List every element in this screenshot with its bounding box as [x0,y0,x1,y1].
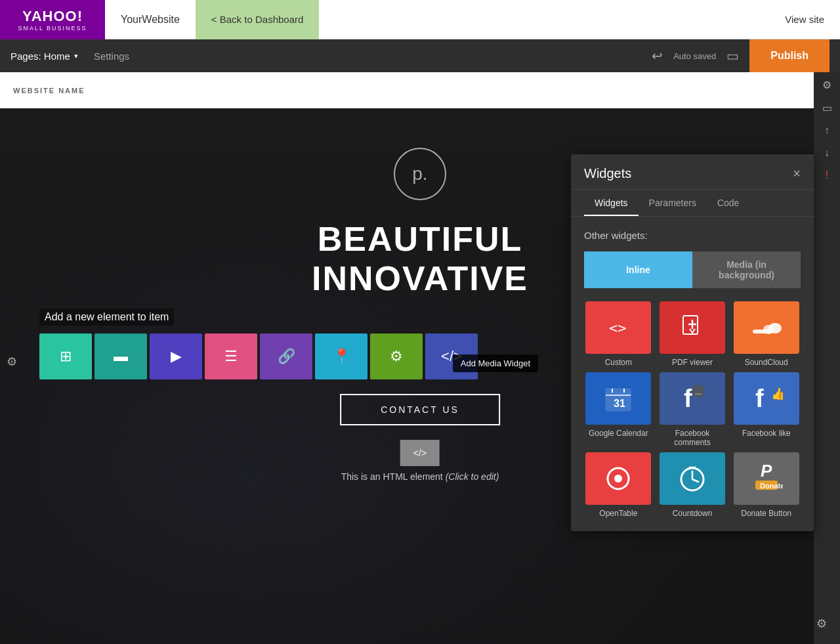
add-media-tooltip: Add Media Widget [453,354,538,372]
widgets-body: Other widgets: Inline Media (in backgrou… [571,217,814,531]
hero-title: BEAUTIFUL INNOVATIVE [312,220,528,299]
svg-text:👍: 👍 [771,387,783,401]
widget-donate-button[interactable]: Donate P Donate Button [732,452,801,518]
svg-text:Donate: Donate [760,482,783,490]
top-bar: YAHOO! SMALL BUSINESS YourWebsite < Back… [0,0,840,39]
svg-text:f: f [755,385,764,412]
soundcloud-widget-label: SoundCloud [745,358,788,367]
text-element-btn[interactable]: ☰ [205,333,257,379]
svg-point-18 [614,475,622,483]
site-name: YourWebsite [105,14,196,26]
html-code-icon: </> [400,440,440,466]
custom-widget-label: Custom [605,358,632,367]
widgets-close-button[interactable]: × [793,166,801,181]
toggle-media-button[interactable]: Media (in background) [692,251,801,288]
video-element-btn[interactable]: ▶ [150,333,202,379]
sidebar-alert-icon[interactable]: ! [826,169,828,181]
svg-text:<>: <> [609,320,627,336]
image-element-btn[interactable]: ⊞ [39,333,92,379]
widgets-panel: Widgets × Widgets Parameters Code Other … [571,154,814,531]
yahoo-logo: YAHOO! SMALL BUSINESS [0,0,105,39]
chevron-down-icon: ▾ [74,52,78,60]
hero-content: p. BEAUTIFUL INNOVATIVE [312,108,528,299]
widget-custom[interactable]: <> Custom [584,301,653,367]
tab-parameters[interactable]: Parameters [639,190,707,216]
pages-home-dropdown[interactable]: Pages: Home ▾ [10,51,78,62]
toggle-inline-button[interactable]: Inline [584,251,692,288]
pdf-viewer-widget-icon [660,301,725,354]
google-calendar-widget-icon: 31 [585,372,651,425]
main-area: WEBSITE NAME p. BEAUTIFUL INNOVATIVE ⚙ A… [0,72,840,644]
pdf-viewer-widget-label: PDF viewer [672,358,713,367]
yahoo-sub-text: SMALL BUSINESS [18,25,87,32]
widgets-tabs: Widgets Parameters Code [571,190,814,217]
widget-facebook-like[interactable]: f 👍 Facebook like [732,372,801,447]
soundcloud-widget-icon [734,301,799,354]
widget-google-calendar[interactable]: 31 Google Calendar [584,372,653,447]
svg-text:...: ... [695,387,702,397]
auto-saved-indicator: Auto saved [673,51,716,61]
sidebar-up-arrow-icon[interactable]: ↑ [824,125,830,137]
donate-button-widget-icon: Donate P [734,452,799,505]
widget-opentable[interactable]: OpenTable [584,452,653,518]
left-settings-icon[interactable]: ⚙ [7,354,17,369]
widget-facebook-comments[interactable]: f ... Facebook comments [658,372,727,447]
facebook-comments-widget-icon: f ... [660,372,725,425]
add-element-label: Add a new element to item [39,309,174,326]
custom-widget-icon: <> [585,301,651,354]
second-bar: Pages: Home ▾ Settings ↩ Auto saved ▭ Pu… [0,39,840,72]
display-toggle: Inline Media (in background) [584,251,801,288]
desktop-preview-icon[interactable]: ▭ [726,48,739,64]
html-element-overlay[interactable]: </> This is an HTML element (Click to ed… [341,440,499,482]
facebook-like-widget-label: Facebook like [742,429,791,438]
other-widgets-label: Other widgets: [584,230,801,241]
yahoo-logo-text: YAHOO! [22,8,83,25]
view-site-button[interactable]: View site [769,14,840,25]
divider-element-btn[interactable]: ▬ [94,333,147,379]
link-element-btn[interactable]: 🔗 [260,333,312,379]
website-name-text: WEBSITE NAME [13,87,85,95]
svg-line-21 [692,479,698,482]
facebook-comments-widget-label: Facebook comments [658,429,727,447]
location-element-btn[interactable]: 📍 [315,333,368,379]
contact-us-button[interactable]: CONTACT US [340,394,500,425]
undo-button[interactable]: ↩ [652,48,663,64]
svg-rect-6 [753,330,772,333]
opentable-widget-icon [585,452,651,505]
tab-code[interactable]: Code [707,190,749,216]
sidebar-desktop-icon[interactable]: ▭ [822,102,832,114]
html-element-label: This is an HTML element (Click to edit) [341,471,499,482]
bottom-settings-icon[interactable]: ⚙ [816,616,827,631]
sidebar-gear-icon[interactable]: ⚙ [822,79,831,91]
right-sidebar: ⚙ ▭ ↑ ↓ ! [814,72,840,644]
widgets-title: Widgets [584,166,793,181]
sidebar-down-arrow-icon[interactable]: ↓ [824,147,830,159]
widgets-grid: <> Custom PDF viewer [584,301,801,518]
settings-button[interactable]: Settings [94,51,129,62]
tab-widgets[interactable]: Widgets [584,190,639,216]
publish-button[interactable]: Publish [749,39,830,72]
countdown-widget-label: Countdown [673,509,713,518]
logo-circle: p. [394,148,446,200]
settings-element-btn[interactable]: ⚙ [370,333,423,379]
widget-countdown[interactable]: Countdown [658,452,727,518]
back-to-dashboard-button[interactable]: < Back to Dashboard [196,0,320,39]
google-calendar-widget-label: Google Calendar [589,429,648,438]
website-name-bar: WEBSITE NAME [0,72,840,108]
countdown-widget-icon [660,452,725,505]
svg-text:f: f [684,385,692,412]
donate-button-widget-label: Donate Button [741,509,791,518]
svg-text:31: 31 [614,398,625,409]
facebook-like-widget-icon: f 👍 [734,372,799,425]
widgets-header: Widgets × [571,154,814,190]
svg-text:P: P [761,462,772,481]
opentable-widget-label: OpenTable [599,509,637,518]
widget-pdf-viewer[interactable]: PDF viewer [658,301,727,367]
widget-soundcloud[interactable]: SoundCloud [732,301,801,367]
